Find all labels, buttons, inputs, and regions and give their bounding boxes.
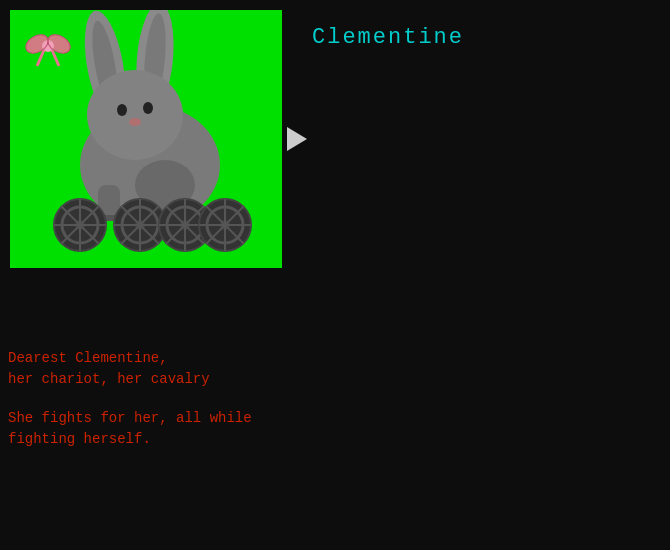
poem-line-1: Dearest Clementine,	[8, 348, 252, 369]
svg-point-14	[143, 102, 153, 114]
svg-point-13	[117, 104, 127, 116]
svg-point-12	[87, 70, 183, 160]
poem-line-4: She fights for her, all while	[8, 408, 252, 429]
main-container: Clementine Dearest Clementine, her chari…	[0, 0, 670, 550]
image-wrapper	[10, 10, 282, 268]
title-area: Clementine	[302, 10, 464, 50]
bunny-greenscreen	[10, 10, 282, 268]
poem-line-2: her chariot, her cavalry	[8, 369, 252, 390]
page-title: Clementine	[312, 25, 464, 50]
svg-point-15	[129, 118, 141, 126]
play-triangle-icon	[287, 127, 307, 151]
poem-gap	[8, 390, 252, 408]
top-section: Clementine	[0, 0, 670, 278]
bow-icon	[22, 22, 74, 74]
poem-line-5: fighting herself.	[8, 429, 252, 450]
play-button[interactable]	[282, 124, 312, 154]
poem-section: Dearest Clementine, her chariot, her cav…	[8, 348, 252, 450]
